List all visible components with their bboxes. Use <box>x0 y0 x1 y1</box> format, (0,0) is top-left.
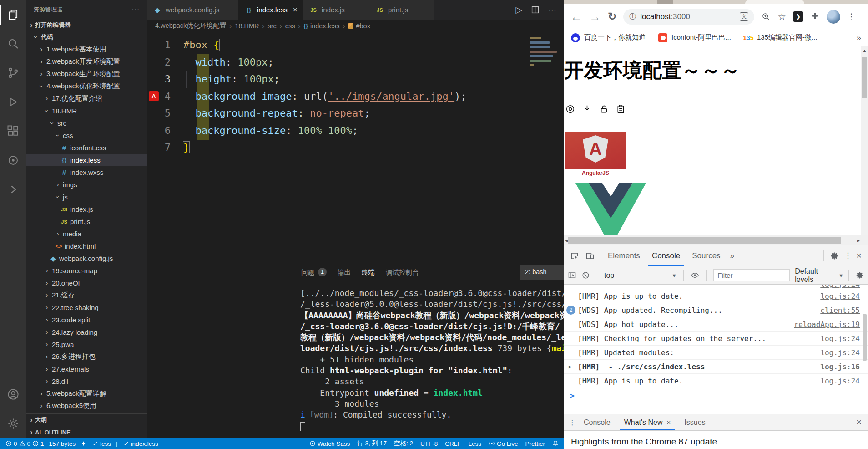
extension-icon[interactable]: ❯ <box>793 11 803 22</box>
tree-item[interactable]: ›21.缓存 <box>26 289 147 301</box>
status-item[interactable]: 157 bytes <box>49 440 76 447</box>
panel-tab-输出[interactable]: 输出 <box>338 261 351 282</box>
inspect-element-icon[interactable] <box>567 251 582 260</box>
console-message[interactable]: [HMR] Checking for updates on the server… <box>564 332 868 346</box>
page-vertical-scrollbar[interactable]: ▲ <box>861 46 868 235</box>
tab-index.js[interactable]: JSindex.js <box>303 0 369 20</box>
tree-item[interactable]: ›1.webpack基本使用 <box>26 43 147 56</box>
lightning-icon[interactable] <box>81 440 87 447</box>
bookmark-star-icon[interactable]: ☆ <box>777 11 786 22</box>
tree-item[interactable]: ›6.webpack5使用 <box>26 400 147 412</box>
search-icon[interactable] <box>0 29 26 58</box>
source-link[interactable]: client:55 <box>820 306 860 315</box>
notifications-bell-icon[interactable] <box>552 440 559 447</box>
drawer-menu-icon[interactable]: ⋮ <box>568 418 577 427</box>
source-control-icon[interactable] <box>0 58 26 87</box>
console-message[interactable]: ▶[HMR] - ./src/css/index.lesslog.js:16 <box>564 360 868 374</box>
outline-section-header[interactable]: › 大纲 <box>26 413 147 426</box>
tree-item[interactable]: ◆webpack.config.js <box>26 252 147 265</box>
extensions-icon[interactable] <box>0 117 26 146</box>
go-live-item[interactable]: Go Live <box>489 440 518 447</box>
forward-icon[interactable]: → <box>589 11 601 23</box>
split-editor-icon[interactable] <box>531 6 539 14</box>
devtools-tab-sources[interactable]: Sources <box>686 245 726 266</box>
console-message[interactable]: [WDS] App hot update...reloadApp.js:19 <box>564 317 868 332</box>
al-outline-section-header[interactable]: › AL OUTLINE <box>26 426 147 438</box>
source-link[interactable]: log.js:16 <box>820 362 860 371</box>
close-tab-icon[interactable]: × <box>293 5 298 15</box>
tree-item[interactable]: #iconfont.css <box>26 142 147 154</box>
drawer-close-icon[interactable]: × <box>856 417 864 428</box>
bookmarks-overflow-icon[interactable]: » <box>856 33 861 43</box>
tree-item[interactable]: ›4.webpack优化环境配置 <box>26 80 147 92</box>
source-link[interactable]: log.js:24 <box>820 377 860 385</box>
console-prompt[interactable]: > <box>564 388 868 403</box>
tree-item[interactable]: {}index.less <box>26 154 147 166</box>
source-link[interactable]: log.js:24 <box>820 348 860 357</box>
avatar[interactable] <box>827 10 840 24</box>
back-icon[interactable]: ← <box>570 11 582 23</box>
drawer-tab-console[interactable]: Console <box>577 414 617 430</box>
tree-item[interactable]: ›imgs <box>26 179 147 191</box>
breadcrumb-item[interactable]: src <box>268 22 277 30</box>
console-message[interactable]: [HMR] Updated modules:log.js:24 <box>564 346 868 360</box>
scrollbar-thumb[interactable] <box>862 57 867 98</box>
console-message[interactable]: log.js:24 <box>564 285 868 289</box>
status-item[interactable]: CRLF <box>445 440 461 447</box>
panel-tab-终端[interactable]: 终端 <box>362 261 375 282</box>
expand-triangle-icon[interactable]: ▶ <box>569 364 572 370</box>
close-tab-icon[interactable]: × <box>667 418 671 426</box>
tree-item[interactable]: #index.wxss <box>26 166 147 179</box>
watch-sass-item[interactable]: Watch Sass <box>309 440 350 447</box>
remote-explorer-icon[interactable] <box>0 175 26 204</box>
tree-item[interactable]: ›3.webpack生产环境配置 <box>26 68 147 80</box>
tab-print.js[interactable]: JSprint.js <box>369 0 434 20</box>
tree-item[interactable]: <>index.html <box>26 240 147 252</box>
more-actions-icon[interactable]: ⋯ <box>131 5 140 15</box>
console-filter-input[interactable] <box>713 269 790 281</box>
tree-item[interactable]: ›19.source-map <box>26 265 147 277</box>
devtools-tab-elements[interactable]: Elements <box>602 245 646 266</box>
zoom-icon[interactable] <box>761 12 771 21</box>
tree-item[interactable]: JSindex.js <box>26 203 147 215</box>
devtools-menu-icon[interactable]: ⋮ <box>844 251 852 260</box>
devtools-tab-console[interactable]: Console <box>646 245 686 266</box>
drawer-tab-issues[interactable]: Issues <box>677 414 712 430</box>
bookmark-item[interactable]: 135135编辑器官网-微... <box>744 33 818 42</box>
tree-item[interactable]: ›代码 <box>26 31 147 43</box>
status-item[interactable]: UTF-8 <box>420 440 438 447</box>
tree-item[interactable]: ›25.pwa <box>26 338 147 351</box>
diagnostics-status[interactable]: 001 <box>5 440 44 447</box>
translate-icon[interactable]: 文 <box>740 12 748 21</box>
tree-item[interactable]: ›media <box>26 228 147 240</box>
tab-index.less[interactable]: {}index.less× <box>238 0 303 20</box>
tree-item[interactable]: ›5.webpack配置详解 <box>26 388 147 400</box>
tree-item[interactable]: ›18.HMR <box>26 105 147 117</box>
source-link[interactable]: log.js:24 <box>820 285 860 289</box>
tree-item[interactable]: ›23.code split <box>26 314 147 326</box>
console-settings-gear-icon[interactable] <box>856 271 864 280</box>
open-editors-header[interactable]: › 打开的编辑器 <box>26 19 147 31</box>
tree-item[interactable]: ›css <box>26 129 147 142</box>
panel-tab-问题[interactable]: 问题1 <box>301 261 327 282</box>
tree-item[interactable]: JSprint.js <box>26 215 147 228</box>
status-item[interactable]: Prettier <box>525 440 545 447</box>
devtools-close-icon[interactable]: × <box>856 250 862 261</box>
tab-webpack.config.js[interactable]: ◆webpack.config.js <box>147 0 238 20</box>
minimap[interactable] <box>530 35 560 69</box>
drawer-tab-what-s-new[interactable]: What's New× <box>617 414 678 430</box>
scroll-right-arrow-icon[interactable]: ▸ <box>857 237 860 244</box>
status-item[interactable]: 空格: 2 <box>394 439 413 448</box>
log-levels-selector[interactable]: Default levels ▼ <box>795 267 843 284</box>
console-message[interactable]: 2[WDS] App updated. Recompiling...client… <box>564 303 868 317</box>
source-link[interactable]: reloadApp.js:19 <box>794 320 860 329</box>
breadcrumb-item[interactable]: {}index.less <box>304 22 340 30</box>
console-context-selector[interactable]: top ▼ <box>604 271 676 280</box>
run-code-icon[interactable]: ▷ <box>515 5 522 15</box>
status-item[interactable]: 行 3, 列 17 <box>357 439 387 448</box>
clear-console-icon[interactable] <box>581 271 590 280</box>
tree-item[interactable]: ›2.webpack开发环境配置 <box>26 56 147 68</box>
breadcrumb-item[interactable]: #box <box>348 22 370 30</box>
panel-tab-调试控制台[interactable]: 调试控制台 <box>386 261 419 282</box>
live-share-icon[interactable] <box>0 146 26 175</box>
